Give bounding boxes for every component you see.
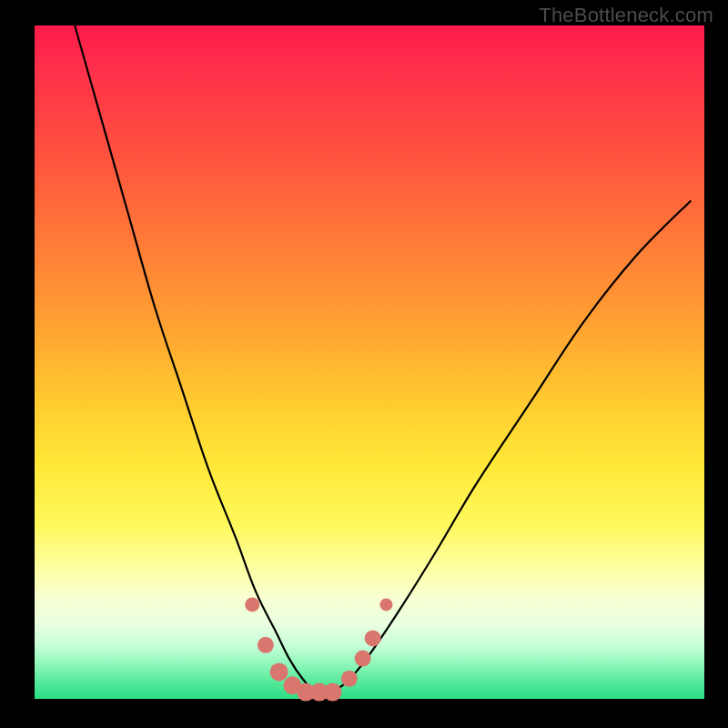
marker-dot [379,598,392,611]
watermark-label: TheBottleneck.com [539,4,713,27]
chart-frame: TheBottleneck.com [0,0,728,728]
marker-dot [341,671,358,687]
marker-dot [245,597,259,612]
curve-svg [35,25,704,699]
bottleneck-curve [75,25,691,693]
marker-dot [270,662,288,681]
plot-area [35,25,704,699]
marker-dot [324,683,342,702]
marker-dot [258,637,274,653]
marker-dot [365,630,381,646]
marker-dot [355,651,371,667]
